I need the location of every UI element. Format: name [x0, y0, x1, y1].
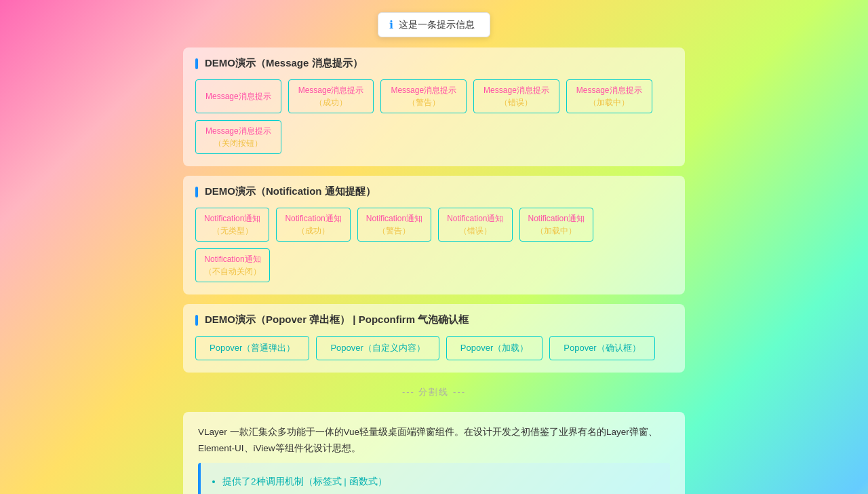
msg-btn-warning[interactable]: Message消息提示 （警告） [380, 79, 467, 113]
message-section: DEMO演示（Message 消息提示） Message消息提示 Message… [183, 48, 685, 166]
toast-text: 这是一条提示信息 [399, 19, 475, 31]
msg-btn-error[interactable]: Message消息提示 （错误） [473, 79, 559, 113]
notif-btn-loading[interactable]: Notification通知 （加载中） [519, 208, 593, 242]
msg-btn-success[interactable]: Message消息提示 （成功） [288, 79, 374, 113]
popover-title-text: DEMO演示（Popover 弹出框） | Popconfirm 气泡确认框 [205, 314, 469, 326]
popover-btn-loading[interactable]: Popover（加载） [446, 336, 542, 360]
popover-section: DEMO演示（Popover 弹出框） | Popconfirm 气泡确认框 P… [183, 304, 685, 373]
info-box: VLayer 一款汇集众多功能于一体的Vue轻量级桌面端弹窗组件。在设计开发之初… [183, 412, 685, 494]
message-title-text: DEMO演示（Message 消息提示） [205, 57, 363, 70]
notif-btn-warning[interactable]: Notification通知 （警告） [357, 208, 431, 242]
notification-buttons-row: Notification通知 （无类型） Notification通知 （成功）… [195, 208, 673, 282]
notification-section-title: DEMO演示（Notification 通知提醒） [195, 185, 673, 198]
msg-btn-default[interactable]: Message消息提示 [195, 79, 281, 113]
message-buttons-row: Message消息提示 Message消息提示 （成功） Message消息提示… [195, 79, 673, 154]
message-section-title: DEMO演示（Message 消息提示） [195, 57, 673, 70]
popover-section-title: DEMO演示（Popover 弹出框） | Popconfirm 气泡确认框 [195, 314, 673, 326]
msg-btn-close[interactable]: Message消息提示 （关闭按钮） [195, 120, 281, 154]
popover-btn-normal[interactable]: Popover（普通弹出） [195, 336, 309, 360]
msg-btn-loading[interactable]: Message消息提示 （加载中） [566, 79, 652, 113]
feature-item-1: 提供了2种调用机制（标签式 | 函数式） [222, 474, 660, 490]
info-icon: ℹ [389, 18, 393, 31]
notification-section: DEMO演示（Notification 通知提醒） Notification通知… [183, 176, 685, 294]
popover-btn-custom[interactable]: Popover（自定义内容） [316, 336, 439, 360]
notif-btn-no-close[interactable]: Notification通知 （不自动关闭） [195, 248, 270, 282]
notif-btn-default[interactable]: Notification通知 （无类型） [195, 208, 269, 242]
toast-notification: ℹ 这是一条提示信息 [378, 12, 490, 37]
feature-list: 提供了2种调用机制（标签式 | 函数式） 12+弹窗类型 （toast | fo… [198, 463, 670, 494]
notif-btn-error[interactable]: Notification通知 （错误） [438, 208, 512, 242]
popover-btn-confirm[interactable]: Popover（确认框） [549, 336, 654, 360]
notif-btn-success[interactable]: Notification通知 （成功） [276, 208, 350, 242]
info-intro: VLayer 一款汇集众多功能于一体的Vue轻量级桌面端弹窗组件。在设计开发之初… [198, 424, 670, 457]
popover-buttons-row: Popover（普通弹出） Popover（自定义内容） Popover（加载）… [195, 336, 673, 360]
notification-title-text: DEMO演示（Notification 通知提醒） [205, 185, 376, 198]
divider: --- 分割线 --- [183, 382, 685, 402]
